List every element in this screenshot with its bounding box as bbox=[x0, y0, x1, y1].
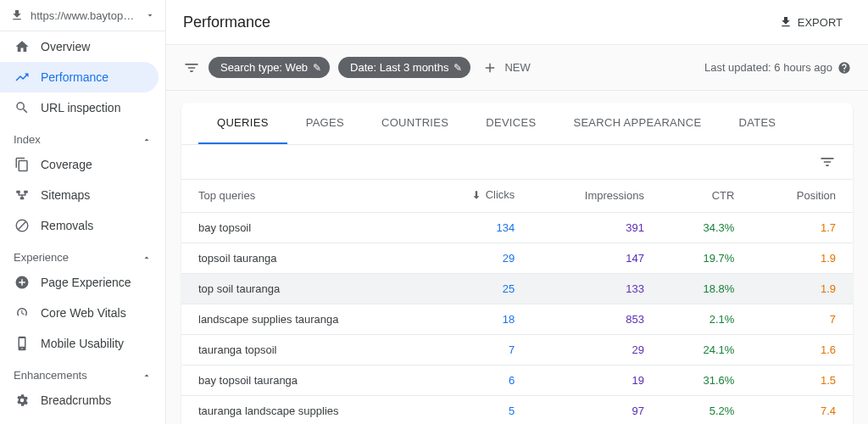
cell-query: landscape supplies tauranga bbox=[181, 304, 423, 334]
section-label: Index bbox=[14, 133, 41, 146]
sidebar-item-sitemaps[interactable]: Sitemaps bbox=[0, 180, 165, 210]
table-row[interactable]: bay topsoil13439134.3%1.7 bbox=[181, 212, 853, 243]
sidebar-item-core-web-vitals[interactable]: Core Web Vitals bbox=[0, 298, 165, 328]
table-toolbar bbox=[181, 145, 853, 179]
cell-position: 1.5 bbox=[751, 365, 853, 395]
chevron-up-icon bbox=[142, 253, 152, 263]
phone-icon bbox=[14, 335, 31, 352]
tab-dates[interactable]: DATES bbox=[720, 103, 794, 144]
sidebar-item-mobile-usability[interactable]: Mobile Usability bbox=[0, 328, 165, 359]
filter-icon[interactable] bbox=[183, 59, 200, 76]
nav-label: Sitemaps bbox=[41, 188, 90, 202]
site-selector[interactable]: https://www.baytopsoil.co.nz/ bbox=[0, 0, 165, 31]
plus-circle-icon bbox=[14, 274, 31, 291]
sidebar-item-overview[interactable]: Overview bbox=[0, 31, 165, 62]
cell-ctr: 31.6% bbox=[661, 365, 752, 395]
cell-query: bay topsoil tauranga bbox=[181, 365, 423, 395]
cell-impressions: 391 bbox=[531, 212, 661, 243]
search-icon bbox=[14, 99, 31, 116]
section-label: Enhancements bbox=[14, 369, 87, 382]
nav-section-index[interactable]: Index bbox=[0, 123, 165, 149]
content-area: QUERIES PAGES COUNTRIES DEVICES SEARCH A… bbox=[166, 91, 868, 424]
cell-query: tauranga topsoil bbox=[181, 334, 423, 365]
cell-ctr: 2.1% bbox=[661, 304, 752, 334]
cell-clicks: 29 bbox=[423, 243, 531, 273]
nav-label: Page Experience bbox=[41, 276, 131, 289]
chevron-up-icon bbox=[142, 135, 152, 145]
gear-icon bbox=[14, 392, 31, 409]
site-url: https://www.baytopsoil.co.nz/ bbox=[31, 9, 138, 22]
cell-query: topsoil tauranga bbox=[181, 243, 423, 273]
col-impressions[interactable]: Impressions bbox=[531, 180, 661, 213]
cell-clicks: 18 bbox=[423, 304, 531, 334]
chevron-down-icon bbox=[145, 10, 155, 20]
table-row[interactable]: landscape supplies tauranga188532.1%7 bbox=[181, 304, 853, 334]
table-row[interactable]: bay topsoil tauranga61931.6%1.5 bbox=[181, 365, 853, 395]
tab-devices[interactable]: DEVICES bbox=[467, 103, 554, 144]
cell-impressions: 97 bbox=[531, 395, 661, 424]
sidebar-item-url-inspection[interactable]: URL inspection bbox=[0, 92, 165, 123]
sort-down-icon bbox=[470, 189, 482, 201]
main: Performance EXPORT Search type: Web ✎ Da… bbox=[166, 0, 868, 424]
table-row[interactable]: top soil tauranga2513318.8%1.9 bbox=[181, 273, 853, 304]
last-updated: Last updated: 6 hours ago bbox=[704, 61, 851, 75]
table-filter-icon[interactable] bbox=[819, 153, 836, 170]
pencil-icon: ✎ bbox=[313, 62, 321, 74]
section-label: Experience bbox=[14, 251, 69, 264]
sitemap-icon bbox=[14, 187, 31, 204]
nav-label: URL inspection bbox=[41, 101, 120, 114]
nav-section-experience[interactable]: Experience bbox=[0, 241, 165, 267]
trending-icon bbox=[14, 69, 31, 86]
table-row[interactable]: topsoil tauranga2914719.7%1.9 bbox=[181, 243, 853, 273]
cell-impressions: 853 bbox=[531, 304, 661, 334]
nav-section-enhancements[interactable]: Enhancements bbox=[0, 359, 165, 385]
cell-impressions: 147 bbox=[531, 243, 661, 273]
filter-bar: Search type: Web ✎ Date: Last 3 months ✎… bbox=[166, 45, 868, 91]
cell-ctr: 5.2% bbox=[661, 395, 752, 424]
col-query[interactable]: Top queries bbox=[181, 180, 423, 213]
export-button[interactable]: EXPORT bbox=[771, 10, 851, 34]
nav-label: Breadcrumbs bbox=[41, 393, 111, 407]
nav-label: Performance bbox=[41, 70, 108, 84]
table-row[interactable]: tauranga topsoil72924.1%1.6 bbox=[181, 334, 853, 365]
help-icon[interactable] bbox=[837, 61, 851, 75]
new-filter-button[interactable]: NEW bbox=[479, 60, 530, 75]
col-clicks[interactable]: Clicks bbox=[423, 180, 531, 213]
block-icon bbox=[14, 217, 31, 234]
tab-pages[interactable]: PAGES bbox=[287, 103, 363, 144]
new-label: NEW bbox=[504, 61, 530, 74]
query-card: QUERIES PAGES COUNTRIES DEVICES SEARCH A… bbox=[181, 103, 853, 424]
tab-queries[interactable]: QUERIES bbox=[198, 103, 287, 144]
speed-icon bbox=[14, 304, 31, 321]
cell-clicks: 7 bbox=[423, 334, 531, 365]
sidebar-item-performance[interactable]: Performance bbox=[0, 62, 159, 92]
sidebar-item-sitelinks-searchbox[interactable]: Sitelinks searchbox bbox=[0, 416, 165, 424]
sidebar-item-page-experience[interactable]: Page Experience bbox=[0, 267, 165, 298]
sidebar-item-breadcrumbs[interactable]: Breadcrumbs bbox=[0, 385, 165, 416]
nav-label: Core Web Vitals bbox=[41, 306, 126, 320]
tabs: QUERIES PAGES COUNTRIES DEVICES SEARCH A… bbox=[181, 103, 853, 145]
cell-query: tauranga landscape supplies bbox=[181, 395, 423, 424]
tab-countries[interactable]: COUNTRIES bbox=[363, 103, 467, 144]
page-title: Performance bbox=[183, 14, 270, 31]
copy-icon bbox=[14, 156, 31, 173]
table-row[interactable]: tauranga landscape supplies5975.2%7.4 bbox=[181, 395, 853, 424]
tab-search-appearance[interactable]: SEARCH APPEARANCE bbox=[554, 103, 720, 144]
chip-search-type[interactable]: Search type: Web ✎ bbox=[209, 57, 330, 78]
nav-label: Mobile Usability bbox=[41, 337, 124, 350]
cell-position: 7.4 bbox=[751, 395, 853, 424]
col-clicks-label: Clicks bbox=[486, 188, 515, 201]
col-position[interactable]: Position bbox=[751, 180, 853, 213]
plus-icon bbox=[482, 60, 498, 75]
chip-label: Date: Last 3 months bbox=[350, 61, 448, 74]
cell-ctr: 18.8% bbox=[661, 273, 752, 304]
col-ctr[interactable]: CTR bbox=[661, 180, 752, 213]
cell-ctr: 34.3% bbox=[661, 212, 752, 243]
cell-position: 1.9 bbox=[751, 273, 853, 304]
cell-position: 1.6 bbox=[751, 334, 853, 365]
sidebar-item-coverage[interactable]: Coverage bbox=[0, 149, 165, 180]
chip-date[interactable]: Date: Last 3 months ✎ bbox=[338, 57, 470, 78]
cell-clicks: 25 bbox=[423, 273, 531, 304]
sidebar-item-removals[interactable]: Removals bbox=[0, 210, 165, 241]
nav-label: Overview bbox=[41, 40, 90, 53]
